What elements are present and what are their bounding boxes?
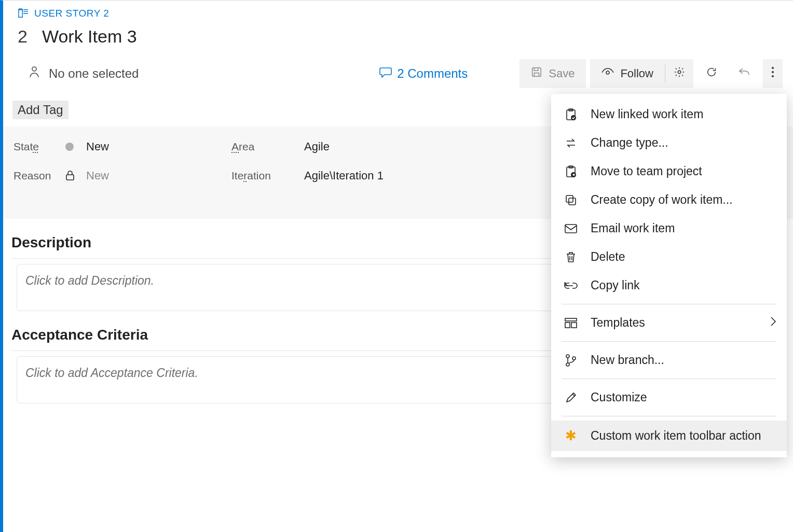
assignee-picker[interactable]: No one selected bbox=[29, 66, 139, 81]
svg-point-3 bbox=[678, 71, 681, 74]
state-label: State bbox=[13, 141, 65, 153]
svg-rect-1 bbox=[532, 68, 541, 77]
work-item-title[interactable]: Work Item 3 bbox=[42, 26, 137, 47]
work-item-id: 2 bbox=[18, 26, 28, 47]
gear-icon bbox=[674, 66, 685, 81]
undo-button[interactable] bbox=[730, 59, 759, 88]
template-icon bbox=[564, 318, 578, 328]
reason-label: Reason bbox=[13, 170, 65, 182]
svg-point-0 bbox=[32, 67, 36, 71]
menu-customize[interactable]: Customize bbox=[551, 383, 787, 412]
menu-new-linked-work-item[interactable]: New linked work item bbox=[551, 100, 787, 129]
follow-settings-button[interactable] bbox=[665, 59, 693, 88]
save-icon bbox=[531, 66, 542, 81]
user-story-icon bbox=[18, 8, 29, 19]
acceptance-placeholder: Click to add Acceptance Criteria. bbox=[25, 366, 198, 380]
description-placeholder: Click to add Description. bbox=[25, 274, 154, 287]
svg-point-5 bbox=[772, 71, 774, 73]
svg-rect-14 bbox=[566, 195, 573, 202]
pencil-icon bbox=[564, 392, 578, 403]
svg-point-10 bbox=[571, 115, 576, 120]
menu-templates[interactable]: Templates bbox=[551, 309, 787, 337]
svg-point-6 bbox=[772, 75, 774, 77]
menu-change-type[interactable]: Change type... bbox=[551, 129, 787, 157]
refresh-button[interactable] bbox=[698, 59, 726, 88]
comments-label: 2 Comments bbox=[397, 66, 468, 81]
more-actions-button[interactable] bbox=[763, 59, 783, 88]
area-label: Area bbox=[231, 141, 304, 153]
menu-create-copy[interactable]: Create copy of work item... bbox=[551, 186, 787, 214]
person-icon bbox=[29, 66, 39, 81]
link-icon bbox=[564, 282, 578, 289]
eye-icon bbox=[601, 67, 614, 80]
mail-icon bbox=[564, 224, 578, 233]
clipboard-check-icon bbox=[564, 108, 578, 121]
assignee-label: No one selected bbox=[49, 66, 139, 81]
svg-rect-17 bbox=[565, 318, 577, 321]
svg-rect-19 bbox=[571, 323, 577, 328]
refresh-icon bbox=[706, 66, 717, 81]
svg-rect-18 bbox=[565, 323, 570, 328]
work-item-type-label: USER STORY 2 bbox=[34, 8, 109, 19]
menu-copy-link[interactable]: Copy link bbox=[551, 271, 787, 300]
add-tag-button[interactable]: Add Tag bbox=[12, 101, 69, 119]
iteration-label: Iteration bbox=[231, 170, 304, 182]
follow-button[interactable]: Follow bbox=[590, 59, 665, 88]
svg-rect-16 bbox=[565, 225, 577, 233]
state-dot-icon bbox=[65, 143, 74, 151]
copy-icon bbox=[564, 194, 578, 206]
svg-point-22 bbox=[572, 357, 576, 360]
comment-icon bbox=[379, 66, 392, 81]
reason-value[interactable]: New bbox=[86, 169, 231, 183]
menu-move-to-project[interactable]: Move to team project bbox=[551, 157, 787, 186]
star-icon: ✱ bbox=[564, 428, 578, 444]
more-actions-menu: New linked work item Change type... Move… bbox=[551, 94, 787, 457]
svg-rect-7 bbox=[66, 175, 74, 180]
kebab-icon bbox=[771, 66, 774, 81]
menu-email[interactable]: Email work item bbox=[551, 214, 787, 243]
menu-custom-toolbar-action[interactable]: ✱ Custom work item toolbar action bbox=[551, 421, 787, 451]
lock-icon bbox=[65, 171, 86, 181]
undo-icon bbox=[738, 66, 750, 81]
menu-delete[interactable]: Delete bbox=[551, 243, 787, 271]
svg-rect-15 bbox=[569, 198, 576, 205]
save-button[interactable]: Save bbox=[519, 59, 586, 88]
svg-point-20 bbox=[566, 355, 569, 358]
swap-icon bbox=[564, 138, 578, 148]
chevron-right-icon bbox=[770, 316, 776, 330]
menu-new-branch[interactable]: New branch... bbox=[551, 346, 787, 374]
state-value[interactable]: New bbox=[86, 140, 231, 153]
comments-link[interactable]: 2 Comments bbox=[379, 66, 468, 81]
svg-point-2 bbox=[606, 71, 609, 74]
branch-icon bbox=[564, 354, 578, 367]
clipboard-arrow-icon bbox=[564, 165, 578, 178]
svg-point-21 bbox=[566, 363, 569, 366]
svg-point-4 bbox=[772, 67, 774, 69]
trash-icon bbox=[564, 251, 578, 263]
